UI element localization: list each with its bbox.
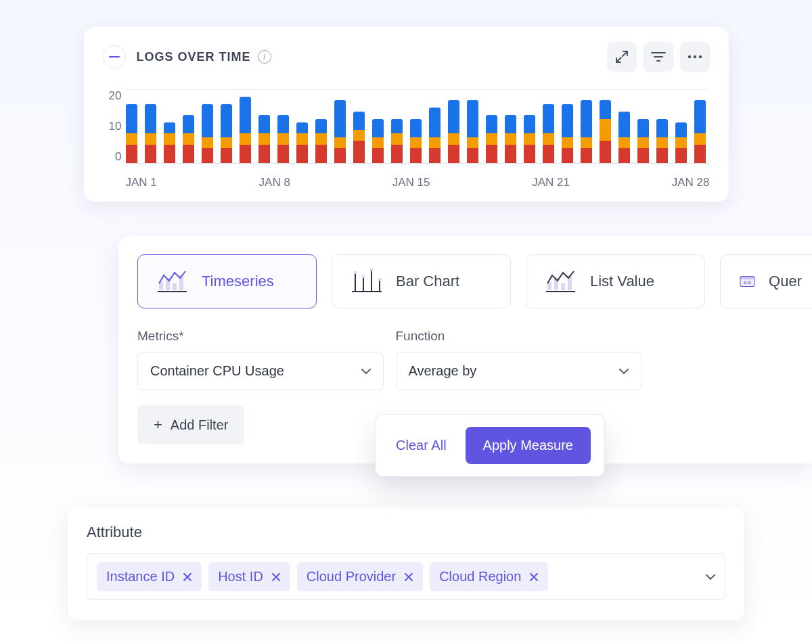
bar-segment-red (296, 145, 308, 163)
bar-segment-red (656, 148, 668, 163)
bar-segment-red (410, 148, 422, 163)
bar-segment-red (562, 148, 573, 163)
y-tick: 20 (109, 89, 122, 103)
bar-segment-red (618, 148, 630, 163)
bar-segment-red (637, 148, 649, 163)
svg-rect-23 (561, 283, 565, 290)
svg-rect-0 (109, 56, 120, 58)
attribute-title: Attribute (87, 524, 725, 541)
bar-segment-red (353, 141, 365, 163)
bar-segment-orange (675, 137, 687, 148)
bar (581, 100, 592, 163)
bar-segment-orange (315, 133, 327, 144)
bar-segment-red (581, 148, 592, 163)
bar-segment-red (315, 145, 327, 163)
bar-segment-orange (581, 137, 592, 148)
minus-icon (109, 56, 120, 58)
bar (467, 100, 478, 163)
info-icon[interactable]: i (258, 50, 271, 64)
bar-chart-icon (351, 269, 382, 294)
bar-segment-blue (240, 97, 251, 134)
remove-chip-icon[interactable] (183, 572, 192, 582)
chart-type-timeseries[interactable]: Timeseries (137, 254, 317, 308)
add-filter-button[interactable]: + Add Filter (137, 405, 244, 444)
bar-segment-red (486, 145, 497, 163)
bar-segment-red (258, 145, 270, 163)
x-tick: JAN 28 (672, 176, 710, 189)
bar-segment-blue (391, 119, 403, 134)
function-select[interactable]: Average by (396, 352, 642, 390)
logs-card: LOGS OVER TIME i 20 10 0 (84, 27, 729, 202)
bar-segment-blue (372, 119, 384, 137)
bar (543, 104, 554, 163)
bar-segment-blue (505, 115, 516, 133)
config-form-row: Metrics* Container CPU Usage Function Av… (137, 329, 812, 390)
bar-segment-orange (429, 137, 441, 148)
bar-segment-blue (581, 100, 592, 137)
chart-type-list[interactable]: List Value (526, 254, 705, 308)
bar-segment-blue (164, 122, 175, 133)
bar (183, 115, 194, 163)
bar (258, 115, 270, 163)
bar-segment-blue (448, 100, 459, 133)
x-tick: JAN 15 (392, 176, 430, 189)
bar-segment-blue (675, 122, 687, 137)
bar-segment-orange (410, 137, 422, 148)
bar-segment-red (240, 145, 251, 163)
bar (353, 112, 365, 163)
filter-button[interactable] (644, 42, 673, 72)
filter-lines-icon (651, 51, 666, 62)
attribute-chip[interactable]: Cloud Region (430, 562, 548, 591)
remove-chip-icon[interactable] (529, 572, 539, 582)
y-tick: 0 (115, 150, 121, 164)
chart-type-query[interactable]: 5.12 Quer (720, 254, 812, 308)
bar-segment-orange (562, 137, 573, 148)
bar-segment-red (694, 145, 706, 163)
bar-segment-red (183, 145, 194, 163)
remove-chip-icon[interactable] (271, 572, 281, 582)
bar (126, 104, 137, 163)
bar-segment-red (467, 148, 478, 163)
bar-segment-orange (505, 133, 516, 144)
bar-segment-orange (524, 133, 535, 144)
remove-chip-icon[interactable] (404, 572, 413, 582)
plus-icon: + (154, 416, 162, 434)
bar-segment-red (372, 148, 384, 163)
svg-rect-15 (362, 275, 365, 278)
bar-segment-blue (524, 115, 535, 133)
metrics-select[interactable]: Container CPU Usage (137, 352, 384, 390)
attribute-select[interactable]: Instance IDHost IDCloud ProviderCloud Re… (87, 553, 725, 600)
bar-segment-blue (637, 119, 649, 137)
bar (675, 122, 687, 163)
apply-measure-button[interactable]: Apply Measure (466, 427, 591, 464)
bar-segment-blue (600, 100, 611, 118)
bar-segment-red (202, 148, 213, 163)
bar-segment-blue (145, 104, 156, 134)
more-button[interactable] (680, 42, 710, 72)
chip-label: Cloud Region (439, 569, 521, 584)
bar-segment-orange (486, 133, 497, 144)
collapse-button[interactable] (103, 45, 126, 68)
bar (448, 100, 459, 163)
bar (315, 119, 327, 163)
bar-segment-red (164, 145, 175, 163)
function-value: Average by (409, 363, 477, 379)
attribute-chip[interactable]: Host ID (208, 562, 290, 591)
chevron-down-icon (361, 369, 371, 374)
bar-segment-blue (486, 115, 497, 133)
add-filter-label: Add Filter (171, 417, 229, 433)
attribute-chip[interactable]: Instance ID (97, 562, 202, 591)
attribute-chip[interactable]: Cloud Provider (297, 562, 423, 591)
measure-actions-popover: Clear All Apply Measure (375, 414, 605, 477)
expand-button[interactable] (607, 42, 637, 72)
svg-point-4 (687, 55, 690, 58)
function-field: Function Average by (396, 329, 642, 390)
bar-segment-blue (315, 119, 327, 134)
clear-all-button[interactable]: Clear All (389, 432, 453, 459)
svg-rect-27 (740, 276, 754, 279)
logs-card-actions (607, 42, 710, 72)
chart-type-bar[interactable]: Bar Chart (332, 254, 511, 308)
bar (372, 119, 384, 163)
bar-segment-orange (600, 119, 611, 141)
bar-segment-orange (618, 137, 630, 148)
